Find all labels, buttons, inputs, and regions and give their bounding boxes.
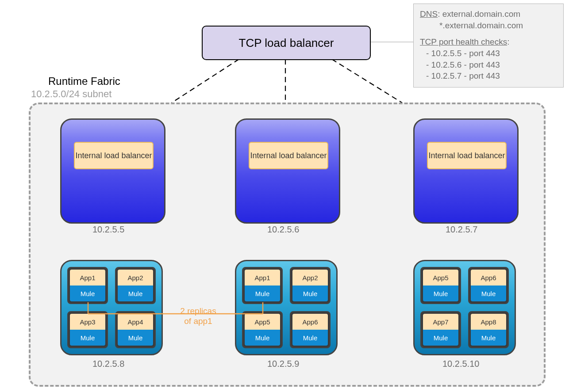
app-cell-2-3: App8 Mule (468, 311, 509, 348)
app-label: App1 (245, 270, 280, 285)
worker-ip-2: 10.2.5.10 (442, 359, 479, 369)
health-label-row: TCP port health checks: (420, 36, 558, 48)
runtime-label: Mule (245, 330, 280, 346)
controller-ip-2: 10.2.5.7 (446, 225, 477, 235)
worker-node-1: App1 Mule App2 Mule App5 Mule App6 Mule (235, 260, 338, 355)
worker-grid-1: App1 Mule App2 Mule App5 Mule App6 Mule (242, 266, 331, 349)
runtime-label: Mule (423, 285, 458, 301)
internal-load-balancer-0: Internal load balancer (74, 142, 154, 169)
app-cell-0-2: App3 Mule (67, 311, 108, 348)
app-label: App6 (292, 314, 328, 330)
dns-primary: : external.domain.com (438, 9, 520, 19)
info-box: DNS: external.domain.com *.external.doma… (413, 4, 564, 88)
app-label: App6 (471, 270, 506, 285)
ilb-label-0: Internal load balancer (75, 151, 152, 160)
runtime-label: Mule (471, 330, 506, 346)
app-cell-2-0: App5 Mule (420, 267, 461, 304)
app-label: App4 (118, 314, 153, 330)
runtime-label: Mule (292, 330, 328, 346)
app-label: App8 (471, 314, 506, 330)
connector-tcp-to-info (369, 42, 419, 42)
app-label: App5 (245, 314, 280, 330)
dns-wildcard: *.external.domain.com (420, 20, 558, 31)
health-check-1: - 10.2.5.6 - port 443 (420, 59, 558, 71)
controller-node-0: Internal load balancer (60, 118, 165, 224)
replicas-line2: of app1 (172, 316, 225, 327)
runtime-label: Mule (245, 285, 280, 301)
tcp-lb-label: TCP load balancer (239, 36, 334, 50)
app-cell-1-3: App6 Mule (290, 311, 331, 348)
worker-grid-2: App5 Mule App6 Mule App7 Mule App8 Mule (420, 266, 509, 349)
ilb-label-2: Internal load balancer (428, 151, 505, 160)
health-colon: : (507, 37, 509, 46)
internal-load-balancer-1: Internal load balancer (249, 142, 328, 169)
app-cell-2-2: App7 Mule (420, 311, 461, 348)
app-label: App1 (70, 270, 105, 285)
tcp-load-balancer: TCP load balancer (202, 26, 371, 60)
app-label: App7 (423, 314, 458, 330)
controller-ip-0: 10.2.5.5 (92, 225, 124, 235)
app-cell-1-0: App1 Mule (242, 267, 283, 304)
runtime-label: Mule (118, 330, 153, 346)
replicas-line1: 2 replicas (172, 306, 225, 316)
ilb-label-1: Internal load balancer (250, 151, 327, 160)
app-cell-0-0: App1 Mule (67, 267, 108, 304)
runtime-label: Mule (70, 330, 105, 346)
worker-node-0: App1 Mule App2 Mule App3 Mule App4 Mule (60, 260, 163, 355)
health-check-2: - 10.2.5.7 - port 443 (420, 70, 558, 82)
health-check-0: - 10.2.5.5 - port 443 (420, 48, 558, 59)
runtime-label: Mule (471, 285, 506, 301)
worker-grid-0: App1 Mule App2 Mule App3 Mule App4 Mule (67, 266, 156, 349)
health-label: TCP port health checks (420, 37, 507, 46)
replicas-label: 2 replicas of app1 (172, 306, 225, 327)
runtime-label: Mule (70, 285, 105, 301)
app-cell-2-1: App6 Mule (468, 267, 509, 304)
runtime-label: Mule (423, 330, 458, 346)
controller-ip-1: 10.2.5.6 (267, 225, 299, 235)
dns-label: DNS (420, 9, 438, 19)
worker-node-2: App5 Mule App6 Mule App7 Mule App8 Mule (413, 260, 516, 355)
dns-line: DNS: external.domain.com (420, 8, 558, 20)
app-cell-0-3: App4 Mule (115, 311, 156, 348)
runtime-label: Mule (292, 285, 328, 301)
app-cell-0-1: App2 Mule (115, 267, 156, 304)
app-label: App5 (423, 270, 458, 285)
app-label: App2 (292, 270, 328, 285)
diagram-canvas: TCP load balancer DNS: external.domain.c… (0, 0, 569, 392)
internal-load-balancer-2: Internal load balancer (427, 142, 507, 169)
worker-ip-0: 10.2.5.8 (92, 359, 124, 369)
app-label: App3 (70, 314, 105, 330)
runtime-fabric-title: Runtime Fabric (48, 75, 120, 88)
runtime-fabric-subnet: 10.2.5.0/24 subnet (31, 88, 111, 100)
app-label: App2 (118, 270, 153, 285)
worker-ip-1: 10.2.5.9 (267, 359, 299, 369)
controller-node-2: Internal load balancer (413, 118, 519, 224)
app-cell-1-1: App2 Mule (290, 267, 331, 304)
runtime-label: Mule (118, 285, 153, 301)
app-cell-1-2: App5 Mule (242, 311, 283, 348)
controller-node-1: Internal load balancer (235, 118, 340, 224)
